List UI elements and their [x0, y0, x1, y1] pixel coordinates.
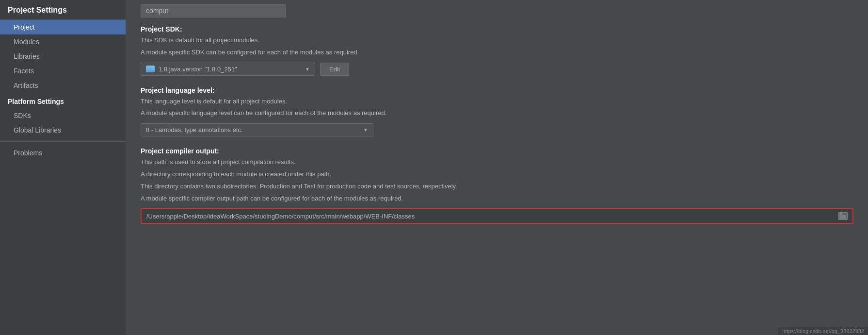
- project-language-desc1: This language level is default for all p…: [141, 97, 853, 107]
- compiler-output-path: /Users/apple/Desktop/ideaWorkSpace/studi…: [146, 213, 834, 220]
- project-compiler-label: Project compiler output:: [141, 147, 853, 155]
- status-url: https://blog.csdn.net/qq_38922932: [782, 328, 864, 334]
- sidebar-item-global-libraries[interactable]: Global Libraries: [0, 123, 126, 137]
- project-language-desc2: A module specific language level can be …: [141, 108, 853, 118]
- svg-rect-0: [839, 215, 846, 219]
- platform-settings-header: Platform Settings: [0, 93, 126, 108]
- main-content: Project SDK: This SDK is default for all…: [126, 0, 868, 335]
- project-sdk-label: Project SDK:: [141, 25, 853, 33]
- project-compiler-desc1: This path is used to store all project c…: [141, 157, 853, 168]
- sidebar-title: Project Settings: [0, 0, 126, 20]
- language-dropdown[interactable]: 8 - Lambdas, type annotations etc. ▼: [141, 123, 373, 136]
- chevron-down-icon: ▼: [305, 67, 310, 72]
- search-input[interactable]: [141, 4, 286, 17]
- project-sdk-section: Project SDK: This SDK is default for all…: [141, 25, 853, 76]
- sidebar: Project Settings Project Modules Librari…: [0, 0, 126, 335]
- svg-rect-1: [839, 213, 842, 215]
- sidebar-item-problems[interactable]: Problems: [0, 146, 126, 160]
- sidebar-item-artifacts[interactable]: Artifacts: [0, 78, 126, 93]
- sidebar-item-libraries[interactable]: Libraries: [0, 49, 126, 64]
- project-sdk-desc1: This SDK is default for all project modu…: [141, 35, 853, 46]
- project-compiler-desc2: A directory corresponding to each module…: [141, 169, 853, 180]
- project-language-section: Project language level: This language le…: [141, 86, 853, 137]
- project-compiler-desc3: This directory contains two subdirectori…: [141, 182, 853, 192]
- browse-icon[interactable]: [838, 212, 848, 220]
- compiler-output-field[interactable]: /Users/apple/Desktop/ideaWorkSpace/studi…: [141, 208, 853, 224]
- sidebar-item-sdks[interactable]: SDKs: [0, 108, 126, 123]
- project-compiler-desc4: A module specific compiler output path c…: [141, 194, 853, 204]
- edit-button[interactable]: Edit: [320, 63, 349, 76]
- project-sdk-desc2: A module specific SDK can be configured …: [141, 48, 853, 58]
- search-bar-area: [141, 0, 853, 25]
- sdk-dropdown[interactable]: 1.8 java version "1.8.0_251" ▼: [141, 63, 315, 76]
- sidebar-item-facets[interactable]: Facets: [0, 64, 126, 78]
- sdk-value: 1.8 java version "1.8.0_251": [159, 66, 237, 73]
- sidebar-item-project[interactable]: Project: [0, 20, 126, 34]
- folder-icon: [146, 66, 155, 72]
- sidebar-item-modules[interactable]: Modules: [0, 34, 126, 49]
- project-language-label: Project language level:: [141, 86, 853, 94]
- language-chevron-icon: ▼: [363, 127, 368, 133]
- sidebar-divider: [0, 141, 126, 142]
- project-compiler-section: Project compiler output: This path is us…: [141, 147, 853, 224]
- sdk-row: 1.8 java version "1.8.0_251" ▼ Edit: [141, 63, 853, 76]
- status-bar: https://blog.csdn.net/qq_38922932: [778, 327, 868, 335]
- language-value: 8 - Lambdas, type annotations etc.: [146, 126, 242, 134]
